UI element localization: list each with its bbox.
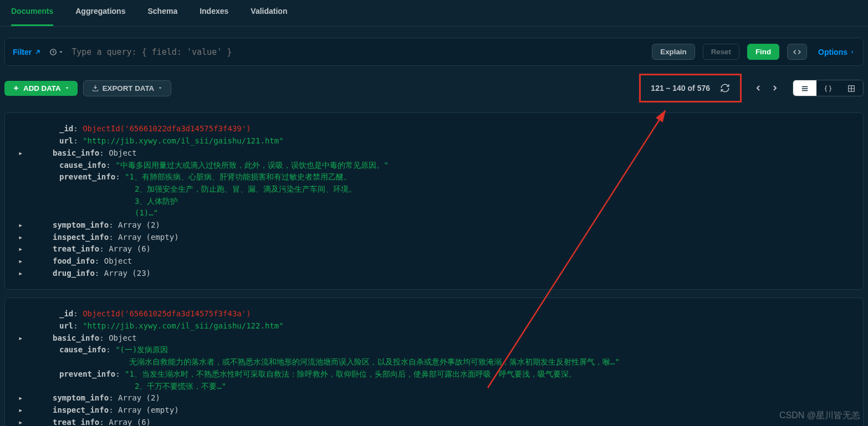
- next-page-icon[interactable]: [770, 84, 779, 93]
- objectid-value: ObjectId('65661022dfa3d14575f3f439'): [83, 123, 251, 135]
- explain-button[interactable]: Explain: [652, 44, 695, 60]
- tab-validation[interactable]: Validation: [251, 7, 287, 26]
- field-key: symptom_info: [53, 392, 109, 404]
- field-type: Object: [104, 255, 132, 268]
- field-value-cont: (1)…": [18, 207, 850, 219]
- tab-schema[interactable]: Schema: [147, 7, 177, 26]
- export-data-label: EXPORT DATA: [103, 84, 155, 93]
- clock-icon: [49, 48, 57, 56]
- field-key: inspect_info: [53, 404, 109, 417]
- field-type: Object: [109, 147, 137, 160]
- expand-caret[interactable]: ▸: [18, 404, 25, 417]
- field-value-cont: 2、加强安全生产，防止跑、冒、漏、滴及污染生产车间、环境。: [18, 183, 850, 196]
- view-toggle: [793, 80, 864, 96]
- view-table-button[interactable]: [840, 80, 863, 96]
- pagination-box: 121 – 140 of 576: [639, 74, 742, 102]
- plus-icon: [12, 84, 20, 92]
- field-value-cont: 无溺水自救能力的落水者，或不熟悉水流和地形的河流池塘而误入险区，以及投水自杀或意…: [18, 356, 850, 368]
- field-key: basic_info: [53, 332, 99, 345]
- field-value: "http://jib.xywy.com/il_sii/gaishu/121.h…: [83, 135, 283, 147]
- field-key: symptom_info: [53, 219, 109, 232]
- find-button[interactable]: Find: [747, 44, 779, 60]
- history-dropdown[interactable]: [49, 48, 64, 56]
- add-data-button[interactable]: ADD DATA: [4, 81, 78, 96]
- braces-icon: [824, 85, 832, 93]
- filter-label: Filter: [13, 48, 32, 57]
- tab-documents[interactable]: Documents: [11, 7, 53, 26]
- refresh-icon[interactable]: [720, 83, 730, 93]
- prev-page-icon[interactable]: [754, 84, 763, 93]
- pagination-text: 121 – 140 of 576: [651, 84, 710, 93]
- tab-aggregations[interactable]: Aggregations: [75, 7, 125, 26]
- code-toggle-button[interactable]: [787, 44, 807, 60]
- field-key: prevent_info: [59, 171, 115, 183]
- chevron-down-icon: [157, 85, 163, 91]
- field-type: Object: [109, 332, 137, 345]
- watermark: CSDN @星川皆无恙: [779, 410, 860, 422]
- collection-tabs: Documents Aggregations Schema Indexes Va…: [0, 0, 868, 27]
- expand-caret[interactable]: ▸: [18, 417, 25, 426]
- field-key: treat_info: [53, 243, 99, 255]
- tab-indexes[interactable]: Indexes: [200, 7, 228, 26]
- expand-caret[interactable]: ▸: [18, 255, 25, 268]
- field-key: prevent_info: [59, 368, 115, 381]
- field-key: _id: [59, 123, 73, 135]
- list-icon: [801, 85, 809, 93]
- field-value-cont: 3、人体防护: [18, 196, 850, 208]
- field-key: basic_info: [53, 147, 99, 160]
- external-link-icon: [34, 48, 42, 56]
- options-link[interactable]: Options: [818, 48, 855, 57]
- field-type: Array (2): [118, 219, 160, 232]
- field-key: url: [59, 320, 73, 332]
- field-type: Array (2): [118, 392, 160, 404]
- table-icon: [847, 85, 855, 93]
- export-icon: [91, 84, 99, 92]
- expand-caret[interactable]: ▸: [18, 392, 25, 404]
- add-data-label: ADD DATA: [23, 84, 61, 93]
- field-key: url: [59, 135, 73, 147]
- field-type: Array (empty): [118, 232, 179, 244]
- field-key: cause_info: [59, 160, 106, 172]
- expand-caret[interactable]: ▸: [18, 147, 25, 160]
- document-card: _id: ObjectId('65661022dfa3d14575f3f439'…: [4, 112, 864, 290]
- field-type: Array (6): [109, 243, 151, 255]
- field-value: "中毒多因用量过大或滴入过快所致，此外，误吸，误饮也是中毒的常见原因。": [115, 160, 389, 172]
- field-value: "1、当发生溺水时，不熟悉水性时可采取自救法：除呼救外，取仰卧位，头部向后，使鼻…: [125, 368, 576, 381]
- field-key: drug_info: [53, 268, 95, 280]
- reset-button[interactable]: Reset: [703, 44, 739, 60]
- options-label: Options: [818, 48, 847, 57]
- query-input[interactable]: [72, 47, 644, 57]
- field-key: food_info: [53, 255, 95, 268]
- chevron-down-icon: [58, 49, 64, 55]
- field-value: "1、有肺部疾病、心脏病、肝肾功能损害和有过敏史者禁用乙醚。: [125, 171, 351, 183]
- chevron-right-icon: [850, 49, 855, 55]
- field-type: Array (6): [109, 417, 151, 426]
- field-value-cont: 2、千万不要慌张，不要…": [18, 381, 850, 393]
- filter-bar: Filter Explain Reset Find Options: [4, 38, 864, 66]
- field-key: treat_info: [53, 417, 99, 426]
- filter-link[interactable]: Filter: [13, 48, 42, 57]
- field-key: inspect_info: [53, 232, 109, 244]
- expand-caret[interactable]: ▸: [18, 332, 25, 345]
- chevron-down-icon: [64, 85, 70, 91]
- field-value: "(一)发病原因: [115, 344, 168, 356]
- expand-caret[interactable]: ▸: [18, 232, 25, 244]
- field-key: cause_info: [59, 344, 106, 356]
- field-key: _id: [59, 308, 73, 320]
- expand-caret[interactable]: ▸: [18, 219, 25, 232]
- expand-caret[interactable]: ▸: [18, 268, 25, 280]
- field-type: Array (23): [104, 268, 151, 280]
- field-value: "http://jib.xywy.com/il_sii/gaishu/122.h…: [83, 320, 283, 332]
- view-json-button[interactable]: [816, 80, 840, 96]
- document-card: _id: ObjectId('65661025dfa3d14575f3f43a'…: [4, 297, 864, 426]
- objectid-value: ObjectId('65661025dfa3d14575f3f43a'): [83, 308, 251, 320]
- view-list-button[interactable]: [793, 80, 816, 96]
- export-data-button[interactable]: EXPORT DATA: [83, 80, 172, 96]
- documents-toolbar: ADD DATA EXPORT DATA 121 – 140 of 576: [0, 66, 868, 110]
- field-type: Array (empty): [118, 404, 179, 417]
- code-icon: [793, 48, 801, 56]
- expand-caret[interactable]: ▸: [18, 243, 25, 255]
